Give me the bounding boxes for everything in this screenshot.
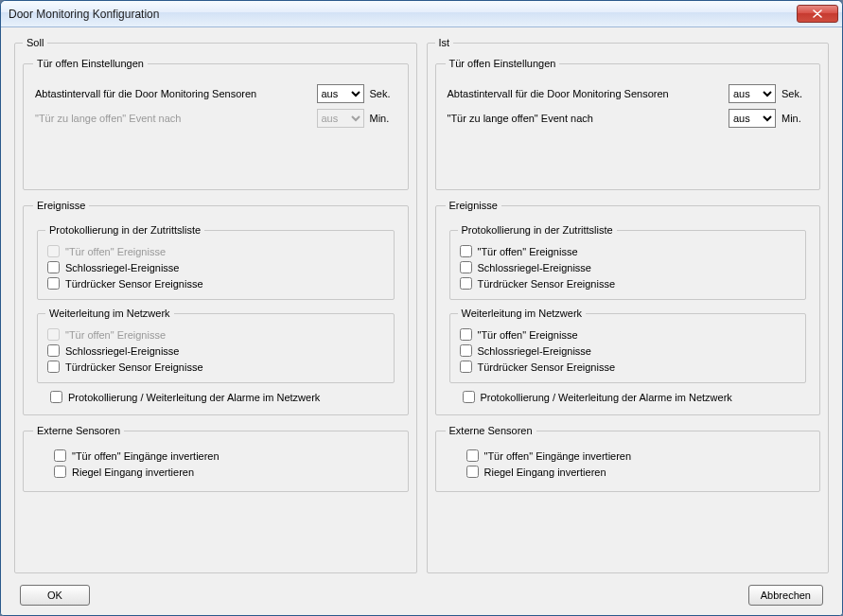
ist-logging-open-row: "Tür offen" Ereignisse	[458, 245, 799, 257]
soll-logging-group: Protokollierung in der Zutrittsliste "Tü…	[37, 224, 395, 300]
soll-too-long-label: "Tür zu lange offen" Event nach	[35, 113, 317, 124]
soll-forwarding-open-label: "Tür offen" Ereignisse	[65, 329, 166, 341]
soll-forwarding-bolt-row: Schlossriegel-Ereignisse	[45, 344, 386, 357]
soll-forwarding-group: Weiterleitung im Netzwerk "Tür offen" Er…	[37, 308, 395, 383]
ist-logging-handle-label: Türdrücker Sensor Ereignisse	[478, 278, 616, 290]
button-row: OK Abbrechen	[14, 581, 829, 606]
ist-forwarding-handle-label: Türdrücker Sensor Ereignisse	[478, 361, 616, 373]
soll-forwarding-open-row: "Tür offen" Ereignisse	[45, 328, 386, 341]
ist-events-legend: Ereignisse	[446, 200, 501, 211]
soll-forwarding-bolt-label: Schlossriegel-Ereignisse	[65, 345, 179, 357]
ist-invert-open-row: "Tür offen" Eingänge invertieren	[446, 449, 811, 462]
soll-invert-open-checkbox[interactable]	[54, 449, 66, 462]
ok-button[interactable]: OK	[20, 585, 90, 606]
ist-alarm-checkbox[interactable]	[463, 391, 475, 403]
soll-logging-open-checkbox	[47, 245, 60, 257]
ist-forwarding-group: Weiterleitung im Netzwerk "Tür offen" Er…	[449, 308, 807, 383]
soll-door-settings-legend: Tür offen Einstellungen	[33, 58, 148, 69]
ist-invert-bolt-label: Riegel Eingang invertieren	[484, 466, 606, 478]
soll-alarm-row: Protokollierung / Weiterleitung der Alar…	[48, 391, 396, 403]
soll-logging-bolt-label: Schlossriegel-Ereignisse	[65, 262, 179, 273]
soll-external-group: Externe Sensoren "Tür offen" Eingänge in…	[23, 425, 409, 492]
ist-forwarding-open-checkbox[interactable]	[460, 328, 472, 341]
soll-logging-handle-row: Türdrücker Sensor Ereignisse	[45, 277, 386, 290]
ist-forwarding-legend: Weiterleitung im Netzwerk	[458, 308, 587, 319]
soll-forwarding-handle-label: Türdrücker Sensor Ereignisse	[65, 361, 203, 373]
ist-door-settings-legend: Tür offen Einstellungen	[446, 58, 560, 69]
ist-logging-bolt-label: Schlossriegel-Ereignisse	[478, 262, 591, 273]
soll-too-long-unit: Min.	[370, 113, 396, 124]
ist-forwarding-bolt-label: Schlossriegel-Ereignisse	[478, 345, 591, 357]
ist-logging-bolt-checkbox[interactable]	[460, 261, 472, 273]
soll-alarm-label: Protokollierung / Weiterleitung der Alar…	[68, 392, 320, 403]
soll-alarm-checkbox[interactable]	[50, 391, 62, 403]
soll-legend: Soll	[23, 37, 47, 48]
ist-invert-open-checkbox[interactable]	[466, 449, 479, 462]
soll-invert-bolt-checkbox[interactable]	[54, 466, 66, 478]
ist-too-long-row: "Tür zu lange offen" Event nach aus Min.	[448, 109, 809, 128]
soll-logging-bolt-checkbox[interactable]	[47, 261, 60, 273]
ist-too-long-unit: Min.	[782, 113, 808, 124]
close-icon	[813, 9, 822, 18]
ist-events-group: Ereignisse Protokollierung in der Zutrit…	[435, 200, 821, 415]
soll-logging-open-row: "Tür offen" Ereignisse	[45, 245, 386, 257]
ist-group: Ist Tür offen Einstellungen Abtastinterv…	[427, 37, 830, 573]
ist-external-legend: Externe Sensoren	[446, 425, 536, 436]
ist-sampling-label: Abtastintervall für die Door Monitoring …	[448, 88, 729, 99]
ist-logging-handle-row: Türdrücker Sensor Ereignisse	[458, 277, 799, 290]
ist-alarm-row: Protokollierung / Weiterleitung der Alar…	[461, 391, 809, 403]
ist-legend: Ist	[435, 37, 454, 48]
ist-logging-legend: Protokollierung in der Zutrittsliste	[458, 224, 617, 236]
ist-external-group: Externe Sensoren "Tür offen" Eingänge in…	[435, 425, 821, 492]
soll-logging-handle-label: Türdrücker Sensor Ereignisse	[65, 278, 203, 290]
ist-door-settings-group: Tür offen Einstellungen Abtastintervall …	[435, 58, 821, 190]
soll-external-legend: Externe Sensoren	[33, 425, 124, 436]
ist-logging-open-label: "Tür offen" Ereignisse	[478, 246, 578, 257]
ist-forwarding-handle-row: Türdrücker Sensor Ereignisse	[458, 361, 799, 373]
ist-invert-open-label: "Tür offen" Eingänge invertieren	[484, 450, 632, 462]
client-area: Soll Tür offen Einstellungen Abtastinter…	[1, 27, 842, 615]
soll-forwarding-handle-row: Türdrücker Sensor Ereignisse	[45, 361, 386, 373]
soll-invert-open-label: "Tür offen" Eingänge invertieren	[72, 450, 220, 462]
soll-logging-bolt-row: Schlossriegel-Ereignisse	[45, 261, 386, 273]
dialog-window: Door Monitoring Konfiguration Soll Tür o…	[0, 0, 843, 616]
soll-logging-handle-checkbox[interactable]	[47, 277, 60, 290]
soll-door-settings-group: Tür offen Einstellungen Abtastintervall …	[23, 58, 409, 190]
window-title: Door Monitoring Konfiguration	[9, 8, 797, 21]
soll-too-long-combo: aus	[317, 109, 364, 128]
ist-sampling-unit: Sek.	[782, 88, 808, 99]
ist-sampling-row: Abtastintervall für die Door Monitoring …	[448, 84, 809, 103]
soll-events-legend: Ereignisse	[33, 200, 89, 211]
soll-events-group: Ereignisse Protokollierung in der Zutrit…	[23, 200, 409, 415]
ist-forwarding-open-row: "Tür offen" Ereignisse	[458, 328, 799, 341]
ist-sampling-combo[interactable]: aus	[729, 84, 776, 103]
soll-sampling-row: Abtastintervall für die Door Monitoring …	[35, 84, 396, 103]
ist-alarm-label: Protokollierung / Weiterleitung der Alar…	[481, 392, 732, 403]
soll-forwarding-open-checkbox	[47, 328, 60, 341]
ist-too-long-label: "Tür zu lange offen" Event nach	[448, 113, 729, 124]
ist-logging-handle-checkbox[interactable]	[460, 277, 472, 290]
soll-logging-legend: Protokollierung in der Zutrittsliste	[45, 224, 204, 236]
ist-invert-bolt-row: Riegel Eingang invertieren	[446, 466, 811, 478]
soll-group: Soll Tür offen Einstellungen Abtastinter…	[14, 37, 417, 573]
soll-forwarding-handle-checkbox[interactable]	[47, 361, 60, 373]
ist-invert-bolt-checkbox[interactable]	[466, 466, 479, 478]
soll-sampling-combo[interactable]: aus	[317, 84, 364, 103]
close-button[interactable]	[797, 5, 838, 23]
soll-invert-bolt-label: Riegel Eingang invertieren	[72, 466, 194, 478]
ist-too-long-combo[interactable]: aus	[729, 109, 776, 128]
ist-forwarding-bolt-checkbox[interactable]	[460, 344, 472, 357]
ist-logging-bolt-row: Schlossriegel-Ereignisse	[458, 261, 799, 273]
soll-invert-open-row: "Tür offen" Eingänge invertieren	[33, 449, 398, 462]
ist-logging-open-checkbox[interactable]	[460, 245, 472, 257]
ist-forwarding-bolt-row: Schlossriegel-Ereignisse	[458, 344, 799, 357]
soll-logging-open-label: "Tür offen" Ereignisse	[65, 246, 166, 257]
ist-forwarding-open-label: "Tür offen" Ereignisse	[478, 329, 578, 341]
ist-forwarding-handle-checkbox[interactable]	[460, 361, 472, 373]
soll-sampling-label: Abtastintervall für die Door Monitoring …	[35, 88, 317, 99]
soll-invert-bolt-row: Riegel Eingang invertieren	[33, 466, 398, 478]
ist-logging-group: Protokollierung in der Zutrittsliste "Tü…	[449, 224, 807, 300]
soll-too-long-row: "Tür zu lange offen" Event nach aus Min.	[35, 109, 396, 128]
soll-forwarding-bolt-checkbox[interactable]	[47, 344, 60, 357]
cancel-button[interactable]: Abbrechen	[748, 585, 823, 606]
